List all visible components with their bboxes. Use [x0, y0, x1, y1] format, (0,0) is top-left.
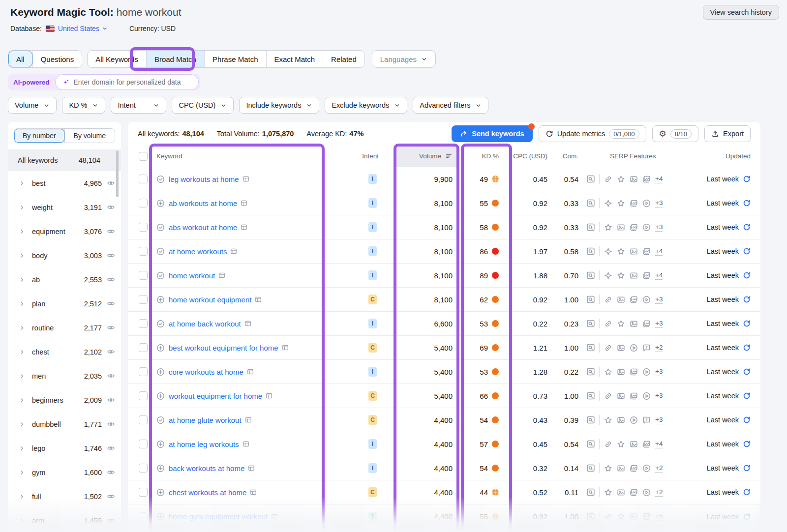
refresh-icon[interactable] [743, 296, 751, 303]
eye-icon[interactable] [107, 444, 115, 452]
sidebar-group-lego[interactable]: lego 1,746 [8, 436, 121, 460]
tab-all[interactable]: All [8, 51, 32, 67]
refresh-icon[interactable] [743, 488, 751, 496]
serp-snapshot-icon[interactable] [244, 320, 251, 327]
sidebar-group-best[interactable]: best 4,965 [8, 171, 121, 195]
sidebar-group-ab[interactable]: ab 2,553 [8, 267, 121, 292]
keyword-add-plus-icon[interactable] [156, 296, 165, 304]
domain-input[interactable]: Enter domain for personalized data [55, 74, 199, 90]
keyword-added-check-icon[interactable] [156, 175, 165, 183]
row-checkbox[interactable] [139, 512, 148, 521]
column-header-intent[interactable]: Intent [325, 146, 394, 167]
serp-preview-icon[interactable] [586, 295, 595, 304]
sidebar-group-men[interactable]: men 2,035 [8, 364, 121, 388]
keyword-add-plus-icon[interactable] [156, 512, 165, 521]
serp-more-count[interactable]: +4 [655, 440, 663, 448]
keyword-added-check-icon[interactable] [156, 223, 165, 232]
keyword-link[interactable]: at home leg workouts [169, 440, 239, 448]
serp-more-count[interactable]: +3 [655, 392, 663, 400]
serp-preview-icon[interactable] [586, 223, 595, 232]
sidebar-group-equipment[interactable]: equipment 3,076 [8, 219, 121, 243]
keyword-link[interactable]: home gym equipment workout [169, 512, 268, 521]
keyword-link[interactable]: home workout [169, 271, 215, 280]
serp-more-count[interactable]: +4 [655, 247, 663, 256]
row-checkbox[interactable] [139, 199, 148, 207]
intent-badge[interactable]: C [368, 391, 377, 401]
row-checkbox[interactable] [139, 488, 148, 497]
serp-preview-icon[interactable] [586, 488, 595, 497]
sidebar-toggle-by-volume[interactable]: By volume [64, 129, 115, 143]
eye-icon[interactable] [107, 516, 115, 525]
eye-icon[interactable] [107, 492, 115, 501]
serp-more-count[interactable]: +5 [655, 512, 663, 521]
row-checkbox[interactable] [139, 440, 148, 448]
export-button[interactable]: Export [704, 125, 751, 142]
eye-icon[interactable] [107, 179, 115, 187]
serp-more-count[interactable]: +4 [655, 271, 663, 280]
serp-preview-icon[interactable] [586, 415, 595, 424]
select-all-checkbox[interactable] [139, 152, 148, 161]
sidebar-toggle-by-number[interactable]: By number [14, 129, 64, 143]
serp-snapshot-icon[interactable] [241, 200, 247, 207]
eye-icon[interactable] [107, 251, 115, 260]
row-checkbox[interactable] [139, 367, 148, 376]
intent-badge[interactable]: I [368, 174, 377, 184]
eye-icon[interactable] [107, 420, 115, 428]
serp-snapshot-icon[interactable] [241, 224, 247, 231]
filter-cpc-usd[interactable]: CPC (USD) [172, 97, 234, 114]
serp-snapshot-icon[interactable] [218, 272, 225, 279]
update-metrics-button[interactable]: Update metrics 0/1,000 [539, 125, 646, 142]
keyword-add-plus-icon[interactable] [156, 199, 165, 207]
column-header-com[interactable]: Com. [548, 146, 580, 167]
serp-more-count[interactable]: +2 [655, 344, 663, 352]
filter-intent[interactable]: Intent [111, 97, 166, 114]
serp-snapshot-icon[interactable] [245, 416, 252, 423]
sidebar-group-chest[interactable]: chest 2,102 [8, 340, 121, 364]
eye-icon[interactable] [107, 372, 115, 380]
keyword-add-plus-icon[interactable] [156, 344, 165, 352]
row-checkbox[interactable] [139, 295, 148, 304]
keyword-link[interactable]: at home back workout [169, 320, 241, 328]
eye-icon[interactable] [107, 396, 115, 404]
row-checkbox[interactable] [139, 415, 148, 424]
keyword-link[interactable]: workout equipment for home [169, 392, 262, 400]
column-header-updated[interactable]: Updated [674, 146, 760, 167]
keyword-link[interactable]: at home workouts [169, 247, 227, 256]
serp-preview-icon[interactable] [586, 175, 595, 183]
intent-badge[interactable]: I [368, 246, 377, 256]
serp-preview-icon[interactable] [586, 367, 595, 376]
intent-badge[interactable]: I [368, 367, 377, 377]
keyword-add-plus-icon[interactable] [156, 440, 165, 448]
settings-button[interactable]: ⚙ 8/10 [652, 125, 699, 142]
keyword-added-check-icon[interactable] [156, 247, 165, 256]
refresh-icon[interactable] [743, 320, 751, 327]
sidebar-group-arm[interactable]: arm 1,455 [8, 508, 121, 532]
serp-more-count[interactable]: +3 [655, 320, 663, 328]
serp-snapshot-icon[interactable] [271, 513, 278, 520]
sidebar-scrollbar[interactable] [116, 150, 119, 197]
serp-more-count[interactable]: +2 [655, 488, 663, 497]
keyword-link[interactable]: ab workouts at home [169, 199, 237, 207]
eye-icon[interactable] [107, 324, 115, 332]
keyword-link[interactable]: leg workouts at home [169, 175, 239, 183]
intent-badge[interactable]: T [368, 512, 377, 522]
intent-badge[interactable]: I [368, 198, 377, 208]
view-search-history-button[interactable]: View search history [703, 5, 779, 20]
filter-kd[interactable]: KD % [62, 97, 105, 114]
keyword-add-plus-icon[interactable] [156, 464, 165, 473]
intent-badge[interactable]: C [368, 415, 377, 425]
refresh-icon[interactable] [743, 464, 751, 472]
sidebar-group-dumbbell[interactable]: dumbbell 1,771 [8, 412, 121, 436]
intent-badge[interactable]: C [368, 295, 377, 304]
keyword-link[interactable]: home workout equipment [169, 296, 251, 304]
serp-preview-icon[interactable] [586, 391, 595, 400]
sidebar-group-full[interactable]: full 1,502 [8, 484, 121, 508]
serp-more-count[interactable]: +3 [655, 199, 663, 207]
serp-preview-icon[interactable] [586, 512, 595, 521]
keyword-added-check-icon[interactable] [156, 320, 165, 328]
filter-advanced-filters[interactable]: Advanced filters [413, 97, 488, 114]
refresh-icon[interactable] [743, 416, 751, 424]
keyword-add-plus-icon[interactable] [156, 368, 165, 376]
intent-badge[interactable]: I [368, 222, 377, 232]
serp-snapshot-icon[interactable] [250, 489, 257, 496]
